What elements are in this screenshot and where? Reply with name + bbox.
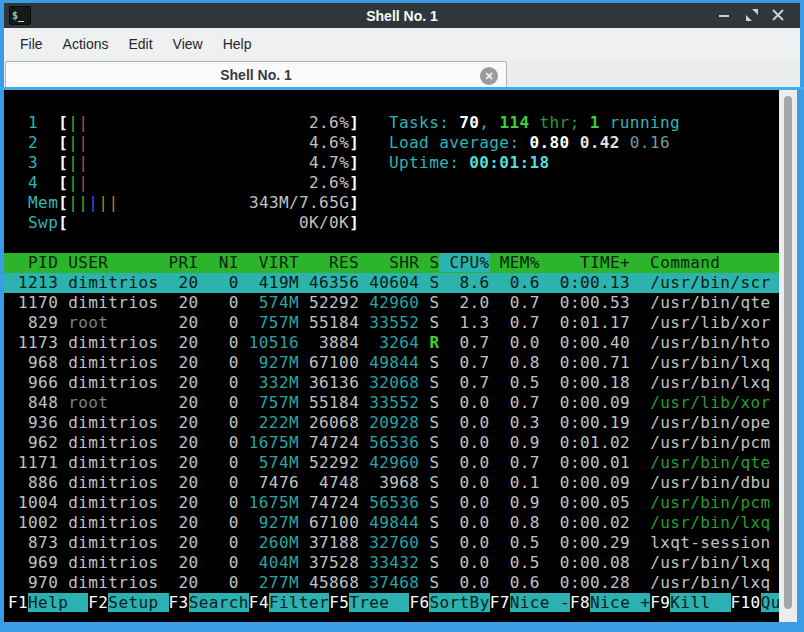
mem-meter: Mem[||||| 343M/7.65G]: [4, 193, 359, 213]
fkey-F7[interactable]: F7Nice -: [490, 593, 570, 612]
cpu-meter-4: 4 [|| 2.6%]: [4, 173, 359, 193]
close-button[interactable]: [768, 5, 788, 25]
process-row-1173[interactable]: 1173 dimitrios 20 0 10516 3884 3264 R 0.…: [4, 333, 779, 353]
tab-label: Shell No. 1: [220, 67, 292, 83]
process-row-962[interactable]: 962 dimitrios 20 0 1675M 74724 56536 S 0…: [4, 433, 779, 453]
process-row-936[interactable]: 936 dimitrios 20 0 222M 26068 20928 S 0.…: [4, 413, 779, 433]
close-icon: [772, 9, 784, 21]
fkey-F4[interactable]: F4Filter: [249, 593, 329, 612]
fkey-F5[interactable]: F5Tree: [329, 593, 409, 612]
fkey-F2[interactable]: F2Setup: [88, 593, 168, 612]
menu-edit[interactable]: Edit: [118, 32, 162, 56]
process-row-968[interactable]: 968 dimitrios 20 0 927M 67100 49844 S 0.…: [4, 353, 779, 373]
cpu-meter-3: 3 [|| 4.7%]: [4, 153, 359, 173]
process-row-1213[interactable]: 1213 dimitrios 20 0 419M 46356 40604 S 8…: [4, 273, 779, 293]
restore-button[interactable]: [742, 5, 762, 25]
menu-view[interactable]: View: [163, 32, 213, 56]
scrollbar-handle[interactable]: [784, 96, 792, 609]
sort-column-header: CPU%: [439, 253, 489, 272]
table-header-row[interactable]: PID USER PRI NI VIRT RES SHR S CPU% MEM%…: [4, 253, 779, 273]
swp-meter: Swp[ 0K/0K]: [4, 213, 359, 233]
fkey-F1[interactable]: F1Help: [8, 593, 88, 612]
terminal[interactable]: 1 [|| 2.6%] 2 [|| 4.6%] 3 [|| 4.7%] 4 [|…: [4, 90, 779, 622]
minimize-icon: [718, 9, 730, 21]
tab-shell-no-1[interactable]: Shell No. 1 ✕: [5, 61, 507, 87]
cpu-meter-2: 2 [|| 4.6%]: [4, 133, 359, 153]
tab-close-icon[interactable]: ✕: [480, 67, 498, 85]
window-title: Shell No. 1: [4, 8, 800, 24]
cpu-meter-1: 1 [|| 2.6%]: [4, 113, 359, 133]
menu-actions[interactable]: Actions: [53, 32, 119, 56]
process-row-970[interactable]: 970 dimitrios 20 0 277M 45868 37468 S 0.…: [4, 573, 779, 593]
fkey-F8[interactable]: F8Nice +: [570, 593, 650, 612]
restore-icon: [746, 9, 758, 21]
process-row-969[interactable]: 969 dimitrios 20 0 404M 37528 33432 S 0.…: [4, 553, 779, 573]
tabbar: Shell No. 1 ✕: [4, 59, 800, 87]
menu-file[interactable]: File: [10, 32, 53, 56]
fkey-F10[interactable]: F10Qu: [731, 593, 781, 612]
process-row-1170[interactable]: 1170 dimitrios 20 0 574M 52292 42960 S 2…: [4, 293, 779, 313]
fkey-F6[interactable]: F6SortBy: [409, 593, 489, 612]
process-row-1002[interactable]: 1002 dimitrios 20 0 927M 67100 49844 S 0…: [4, 513, 779, 533]
process-row-873[interactable]: 873 dimitrios 20 0 260M 37188 32760 S 0.…: [4, 533, 779, 553]
titlebar[interactable]: $_ Shell No. 1: [4, 3, 800, 28]
qterminal-window: $_ Shell No. 1 File Actions Edit View He…: [0, 0, 804, 632]
fkey-F9[interactable]: F9Kill: [650, 593, 730, 612]
load-average: Load average: 0.80 0.42 0.16: [389, 133, 670, 153]
minimize-button[interactable]: [714, 5, 734, 25]
scrollbar[interactable]: [779, 90, 797, 622]
menubar: File Actions Edit View Help: [4, 28, 800, 59]
tasks-summary: Tasks: 70, 114 thr; 1 running: [389, 113, 680, 133]
uptime: Uptime: 00:01:18: [389, 153, 550, 173]
menu-help[interactable]: Help: [213, 32, 262, 56]
function-key-bar: F1Help F2Setup F3SearchF4FilterF5Tree F6…: [4, 593, 779, 613]
process-row-1171[interactable]: 1171 dimitrios 20 0 574M 52292 42960 S 0…: [4, 453, 779, 473]
process-row-1004[interactable]: 1004 dimitrios 20 0 1675M 74724 56536 S …: [4, 493, 779, 513]
process-row-886[interactable]: 886 dimitrios 20 0 7476 4748 3968 S 0.0 …: [4, 473, 779, 493]
process-row-829[interactable]: 829 root 20 0 757M 55184 33552 S 1.3 0.7…: [4, 313, 779, 333]
process-row-966[interactable]: 966 dimitrios 20 0 332M 36136 32068 S 0.…: [4, 373, 779, 393]
fkey-F3[interactable]: F3Search: [169, 593, 249, 612]
process-row-848[interactable]: 848 root 20 0 757M 55184 33552 S 0.0 0.7…: [4, 393, 779, 413]
